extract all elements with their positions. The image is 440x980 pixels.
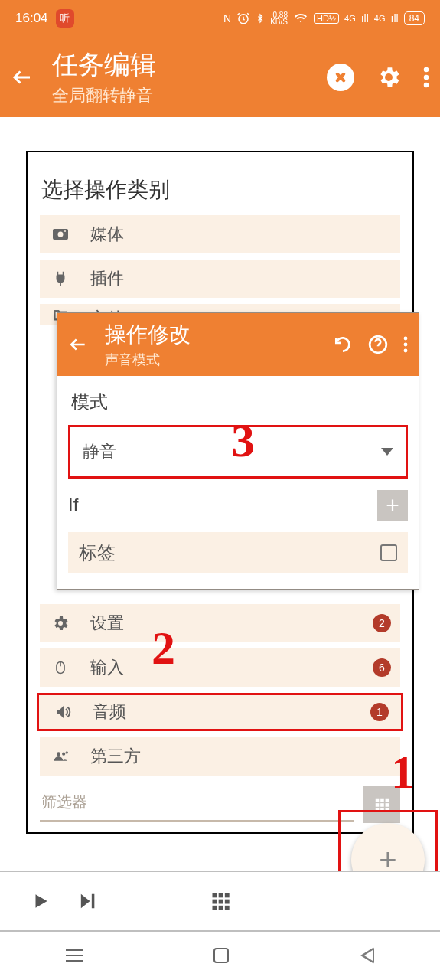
add-condition-button[interactable]: + — [377, 490, 408, 521]
skip-button[interactable] — [77, 890, 98, 912]
back-nav-button[interactable] — [360, 947, 374, 964]
mode-heading: 模式 — [68, 390, 408, 414]
svg-rect-24 — [218, 893, 223, 898]
play-button[interactable] — [31, 890, 51, 913]
svg-rect-13 — [376, 803, 380, 807]
svg-point-1 — [424, 67, 429, 72]
svg-point-3 — [424, 82, 429, 87]
camera-icon — [49, 225, 72, 243]
svg-rect-27 — [218, 900, 223, 904]
plug-icon — [49, 270, 72, 287]
svg-point-22 — [404, 349, 408, 353]
help-button[interactable] — [368, 335, 388, 354]
count-badge: 2 — [373, 614, 391, 632]
svg-point-20 — [404, 337, 408, 341]
bluetooth-icon — [256, 11, 265, 25]
count-badge: 6 — [373, 658, 391, 677]
cat-label: 音频 — [93, 701, 370, 724]
home-button[interactable] — [213, 948, 229, 963]
svg-rect-31 — [224, 906, 229, 910]
signal-4g: 4G — [344, 14, 356, 23]
dialog-overflow[interactable] — [403, 335, 408, 354]
status-bar: 16:04 听 N 0.88KB/S HD½ 4Gıll 4Gıll 84 — [0, 0, 440, 37]
annotation-1: 1 — [391, 745, 415, 799]
svg-rect-12 — [386, 799, 389, 802]
status-icons: N 0.88KB/S HD½ 4Gıll 4Gıll 84 — [223, 11, 425, 25]
battery-icon: 84 — [404, 11, 425, 25]
svg-rect-23 — [212, 893, 217, 898]
page-subtitle: 全局翻转静音 — [52, 84, 327, 107]
undo-button[interactable] — [333, 335, 353, 354]
hd-icon: HD½ — [314, 13, 339, 24]
svg-rect-15 — [386, 803, 389, 807]
svg-rect-10 — [376, 799, 380, 802]
cat-media[interactable]: 媒体 — [40, 215, 400, 253]
panel-title: 选择操作类别 — [40, 175, 400, 204]
svg-rect-29 — [212, 906, 217, 910]
dialog-title: 操作修改 — [105, 320, 333, 349]
cat-input[interactable]: 输入 6 — [40, 648, 400, 687]
volume-icon — [51, 703, 74, 721]
gear-icon — [49, 614, 72, 632]
appbar: 任务编辑 全局翻转静音 — [0, 37, 440, 117]
back-button[interactable] — [11, 66, 34, 89]
cat-third-party[interactable]: 第三方 — [40, 737, 400, 776]
tag-row[interactable]: 标签 — [68, 532, 408, 573]
svg-rect-30 — [218, 906, 223, 910]
cat-plugin[interactable]: 插件 — [40, 260, 400, 298]
bottom-toolbar — [0, 871, 440, 932]
svg-point-4 — [58, 232, 64, 237]
svg-point-5 — [64, 230, 66, 232]
alarm-icon — [236, 11, 250, 25]
overflow-menu[interactable] — [423, 66, 429, 89]
wifi-icon — [293, 12, 308, 24]
svg-rect-28 — [224, 900, 229, 904]
dialog-back-button[interactable] — [68, 335, 88, 354]
mouse-icon — [49, 658, 72, 677]
annotation-3: 3 — [231, 413, 255, 468]
filter-input[interactable]: 筛选器 — [40, 789, 354, 822]
if-label: If — [68, 495, 78, 516]
svg-point-9 — [62, 753, 65, 756]
cat-label: 第三方 — [90, 745, 391, 768]
svg-point-8 — [57, 752, 60, 756]
signal-4g-2: 4G — [374, 14, 386, 23]
page-title: 任务编辑 — [52, 47, 327, 83]
nfc-icon: N — [223, 12, 231, 24]
cat-label: 媒体 — [90, 223, 391, 246]
svg-rect-26 — [212, 900, 217, 904]
svg-rect-11 — [380, 799, 384, 802]
chevron-down-icon — [381, 448, 393, 456]
cat-settings[interactable]: 设置 2 — [40, 604, 400, 642]
dialog-subtitle: 声音模式 — [105, 351, 333, 369]
svg-point-2 — [424, 74, 429, 80]
close-button[interactable] — [327, 64, 354, 91]
cat-label: 插件 — [90, 267, 391, 290]
cat-label: 输入 — [90, 656, 373, 679]
mode-value: 静音 — [83, 440, 116, 463]
cat-audio[interactable]: 音频 1 — [37, 693, 403, 731]
clock: 16:04 — [15, 11, 48, 26]
svg-point-21 — [404, 343, 408, 347]
listen-icon: 听 — [56, 9, 74, 28]
system-navbar — [0, 931, 440, 980]
annotation-2: 2 — [152, 621, 175, 675]
svg-rect-25 — [224, 893, 229, 898]
tag-checkbox[interactable] — [380, 544, 397, 561]
people-icon — [49, 749, 72, 764]
apps-button[interactable] — [210, 890, 231, 912]
count-badge: 1 — [370, 703, 389, 721]
settings-button[interactable] — [376, 64, 402, 90]
cat-label: 设置 — [90, 612, 373, 635]
tag-label: 标签 — [79, 541, 116, 565]
svg-rect-14 — [380, 803, 384, 807]
recents-button[interactable] — [66, 949, 83, 962]
